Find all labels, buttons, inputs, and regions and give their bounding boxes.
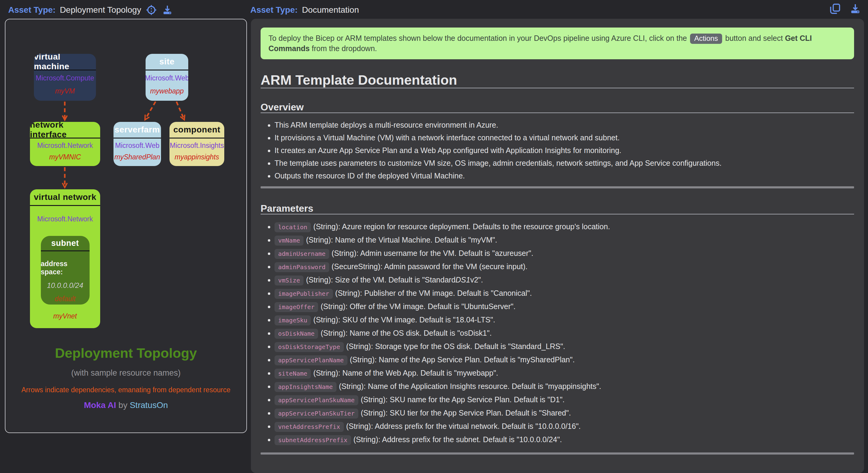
node-title: virtual machine <box>34 54 96 70</box>
parameter-item: location(String): Azure region for resou… <box>275 222 854 232</box>
doc-toolbar <box>829 2 861 15</box>
parameter-description: (String): Publisher of the VM image. Def… <box>335 289 532 297</box>
parameter-description: (String): Azure region for resource depl… <box>313 222 610 231</box>
parameter-description: (String): Admin username for the VM. Def… <box>332 249 534 257</box>
node-serverfarm: serverfarm Microsoft.Web mySharedPlan <box>114 122 161 166</box>
parameter-code-badge: vmSize <box>275 275 304 285</box>
documentation-panel[interactable]: To deploy the Bicep or ARM templates sho… <box>251 19 864 473</box>
node-body: Microsoft.Web mywebapp <box>146 70 188 101</box>
parameter-item: subnetAddressPrefix(String): Address pre… <box>275 435 854 445</box>
parameter-description: (String): Name of the Application Insigh… <box>339 382 601 391</box>
topology-arrows-note: Arrows indicate dependencies, emanating … <box>5 386 246 394</box>
overview-bullet: The template uses parameters to customiz… <box>275 159 854 168</box>
parameter-item: osDiskName(String): Name of the OS disk.… <box>275 328 854 339</box>
parameter-description: (String): SKU name for the App Service P… <box>361 395 565 404</box>
parameters-list: location(String): Azure region for resou… <box>260 222 854 445</box>
parameter-item: siteName(String): Name of the Web App. D… <box>275 368 854 379</box>
parameter-description: (String): Offer of the VM image. Default… <box>320 302 516 311</box>
parameter-description: (String): SKU of the VM image. Default i… <box>313 315 495 324</box>
download-topology-icon[interactable] <box>162 4 173 16</box>
overview-heading: Overview <box>260 102 854 112</box>
app-root: Asset Type: Deployment Topology Asset Ty… <box>0 0 868 473</box>
topology-title: Deployment Topology <box>5 345 246 361</box>
address-space-label: address space: <box>41 260 90 276</box>
parameter-code-badge: imageOffer <box>275 302 318 312</box>
asset-type-label-left: Asset Type: <box>8 5 56 15</box>
subnet-name: default <box>55 295 75 303</box>
node-site: site Microsoft.Web mywebapp <box>146 54 188 101</box>
parameter-item: adminUsername(String): Admin username fo… <box>275 248 854 259</box>
parameter-item: imageOffer(String): Offer of the VM imag… <box>275 302 854 312</box>
node-title: virtual network <box>30 189 100 205</box>
overview-bullet: This ARM template deploys a multi-resour… <box>275 121 854 129</box>
node-resource-type: Microsoft.Network <box>37 141 93 150</box>
left-panel-header: Asset Type: Deployment Topology <box>8 4 173 16</box>
subnet-body: address space: 10.0.0.0/24 default <box>41 251 90 305</box>
parameter-code-badge: appInsightsName <box>275 382 337 392</box>
parameter-code-badge: appServicePlanName <box>275 356 347 365</box>
parameter-code-badge: subnetAddressPrefix <box>275 435 351 445</box>
title-divider <box>260 88 854 88</box>
section-separator <box>260 186 854 189</box>
callout-segment: button and select <box>723 34 785 42</box>
overview-bullet: It provisions a Virtual Machine (VM) wit… <box>275 133 854 142</box>
download-doc-icon[interactable] <box>849 3 861 15</box>
callout-text: To deploy the Bicep or ARM templates sho… <box>269 34 812 53</box>
right-panel-header: Asset Type: Documentation <box>250 4 359 16</box>
copy-icon[interactable] <box>829 2 841 15</box>
node-resource-name: myappinsights <box>175 153 219 161</box>
asset-type-label-right: Asset Type: <box>250 5 298 15</box>
node-title: serverfarm <box>114 122 161 138</box>
node-resource-type: Microsoft.Compute <box>36 74 94 82</box>
parameter-item: imageSku(String): SKU of the VM image. D… <box>275 315 854 326</box>
node-resource-type: Microsoft.Web <box>115 141 159 150</box>
parameter-item: vnetAddressPrefix(String): Address prefi… <box>275 421 854 432</box>
parameters-divider <box>260 214 854 214</box>
topology-panel: virtual machine Microsoft.Compute myVM s… <box>5 19 247 433</box>
parameter-description: (String): Address prefix for the subnet.… <box>353 435 562 444</box>
node-subnet: subnet address space: 10.0.0.0/24 defaul… <box>41 236 90 305</box>
overview-divider <box>260 112 854 113</box>
node-title: network interface <box>30 122 100 138</box>
deploy-tip-callout: To deploy the Bicep or ARM templates sho… <box>260 28 854 59</box>
topology-subtitle: (with sample resource names) <box>5 368 246 378</box>
parameter-item: appInsightsName(String): Name of the App… <box>275 381 854 392</box>
node-component: component Microsoft.Insights myappinsigh… <box>169 122 224 166</box>
parameter-item: vmName(String): Name of the Virtual Mach… <box>275 235 854 245</box>
asset-type-value-right: Documentation <box>302 5 359 15</box>
overview-bullet: Outputs the resource ID of the deployed … <box>275 171 854 180</box>
node-resource-type: Microsoft.Web <box>146 74 188 82</box>
node-resource-name: myVMNIC <box>49 153 81 161</box>
parameter-code-badge: location <box>275 222 311 232</box>
parameter-item: appServicePlanSkuName(String): SKU name … <box>275 395 854 405</box>
parameter-description: (String): Name of the Virtual Machine. D… <box>306 236 497 244</box>
parameter-description: (String): Address prefix for the virtual… <box>346 422 581 430</box>
parameter-item: appServicePlanSkuTier(String): SKU tier … <box>275 408 854 418</box>
parameter-item: vmSize(String): Size of the VM. Default … <box>275 275 854 285</box>
target-icon[interactable] <box>145 4 157 16</box>
credit-company: StratusOn <box>130 400 168 410</box>
node-body: Microsoft.Network myVMNIC <box>30 138 100 166</box>
node-body: Microsoft.Network subnet address space: … <box>30 206 100 328</box>
parameter-code-badge: osDiskStorageType <box>275 342 344 352</box>
topology-credit: Moka AI by StratusOn <box>5 400 246 410</box>
parameter-item: imagePublisher(String): Publisher of the… <box>275 288 854 299</box>
parameter-code-badge: vnetAddressPrefix <box>275 422 344 432</box>
node-resource-name: mywebapp <box>150 87 184 95</box>
node-title: subnet <box>41 236 90 250</box>
node-title: site <box>146 54 188 70</box>
parameter-code-badge: siteName <box>275 369 311 379</box>
node-resource-name: myVM <box>55 87 75 95</box>
node-resource-name: myVnet <box>53 312 77 320</box>
node-virtual-machine: virtual machine Microsoft.Compute myVM <box>34 54 96 101</box>
asset-type-value-left: Deployment Topology <box>60 5 141 15</box>
parameter-description: (String): Name of the Web App. Default i… <box>313 369 498 377</box>
node-virtual-network: virtual network Microsoft.Network subnet… <box>30 189 100 328</box>
parameter-code-badge: appServicePlanSkuName <box>275 395 358 405</box>
node-resource-type: Microsoft.Insights <box>170 141 224 150</box>
parameter-description: (String): Storage type for the OS disk. … <box>346 342 565 350</box>
overview-list: This ARM template deploys a multi-resour… <box>260 121 854 180</box>
parameter-code-badge: osDiskName <box>275 329 318 339</box>
node-title: component <box>169 122 224 138</box>
parameter-code-badge: appServicePlanSkuTier <box>275 409 358 418</box>
